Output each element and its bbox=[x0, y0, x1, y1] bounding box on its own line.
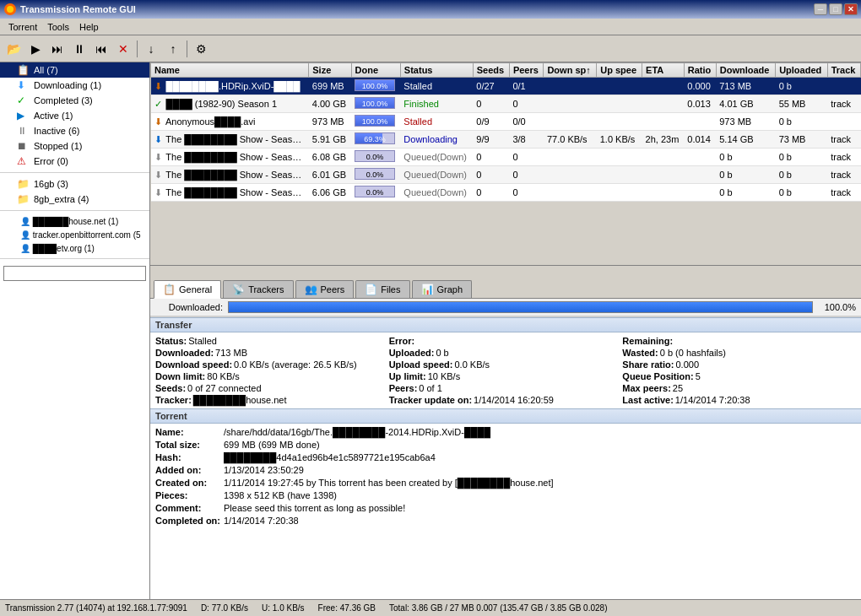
table-row[interactable]: ⬇ The ████████ Show - Season 1 5.91 GB 6… bbox=[151, 131, 861, 149]
cell-eta bbox=[642, 113, 685, 131]
remove-button[interactable]: ✕ bbox=[113, 39, 133, 59]
last-active-value: 1/14/2014 7:20:38 bbox=[675, 395, 750, 405]
tab-trackers[interactable]: 📡 Trackers bbox=[223, 280, 293, 298]
sidebar-item-folder2[interactable]: 📁 8gb_extra (4) bbox=[0, 192, 149, 207]
sidebar-tracker2[interactable]: 👤 tracker.openbittorrent.com (5 bbox=[0, 228, 149, 241]
torrent-name: The ████████ Show - Season 2 bbox=[165, 187, 308, 197]
torrent-status-icon: ⬇ bbox=[154, 116, 162, 127]
svg-point-1 bbox=[7, 6, 14, 13]
col-peers[interactable]: Peers bbox=[509, 63, 544, 78]
torrent-section-header: Torrent bbox=[150, 408, 861, 424]
transfer-col2: Error: Uploaded:0 b Upload speed:0.0 KB/… bbox=[389, 335, 623, 406]
cell-done: 100.0% bbox=[351, 113, 400, 131]
search-input[interactable] bbox=[3, 266, 146, 281]
tab-peers[interactable]: 👥 Peers bbox=[295, 280, 355, 298]
col-seeds[interactable]: Seeds bbox=[473, 63, 509, 78]
cell-down-speed bbox=[544, 113, 597, 131]
pieces-label: Pieces: bbox=[155, 489, 224, 501]
torrent-status-icon: ✓ bbox=[154, 99, 162, 109]
table-row[interactable]: ⬇ ████████.HDRip.XviD-████ 699 MB 100.0%… bbox=[151, 78, 861, 95]
sidebar-divider1 bbox=[0, 172, 149, 173]
cell-seeds: 9/9 bbox=[473, 131, 509, 149]
cell-eta bbox=[642, 78, 685, 95]
share-ratio-label: Share ratio: bbox=[622, 359, 674, 370]
tab-files[interactable]: 📄 Files bbox=[355, 280, 409, 298]
pieces-value: 1398 x 512 KB (have 1398) bbox=[224, 489, 856, 501]
sidebar-item-inactive[interactable]: ⏸ Inactive (6) bbox=[0, 123, 149, 138]
sidebar-item-stopped[interactable]: ⏹ Stopped (1) bbox=[0, 138, 149, 154]
sidebar-item-downloading[interactable]: ⬇ Downloading (1) bbox=[0, 78, 149, 93]
transfer-section-header: Transfer bbox=[150, 317, 861, 332]
download-progress-row: Downloaded: 100.0% bbox=[150, 299, 861, 316]
sidebar-item-folder1[interactable]: 📁 16gb (3) bbox=[0, 176, 149, 192]
cell-done: 100.0% bbox=[351, 95, 400, 113]
sidebar-item-active[interactable]: ▶ Active (1) bbox=[0, 108, 149, 123]
col-size[interactable]: Size bbox=[309, 63, 351, 78]
cell-peers: 0/1 bbox=[509, 78, 544, 95]
sidebar-tracker1[interactable]: 👤 ██████house.net (1) bbox=[0, 214, 149, 228]
col-down-speed[interactable]: Down sp↑ bbox=[544, 63, 597, 78]
cell-downloaded: 5.14 GB bbox=[716, 131, 775, 149]
col-eta[interactable]: ETA bbox=[642, 63, 685, 78]
cell-up-speed bbox=[597, 95, 642, 113]
files-tab-label: Files bbox=[381, 284, 400, 294]
col-status[interactable]: Status bbox=[400, 63, 473, 78]
open-torrent-button[interactable]: 📂 bbox=[3, 39, 24, 59]
download-speed-label: Download speed: bbox=[155, 359, 232, 370]
move-down-button[interactable]: ↓ bbox=[141, 39, 161, 59]
col-done[interactable]: Done bbox=[351, 63, 400, 78]
table-row[interactable]: ⬇ The ████████ Show - Season 3 6.01 GB 0… bbox=[151, 166, 861, 184]
col-downloaded[interactable]: Downloade bbox=[716, 63, 775, 78]
sidebar-inactive-label: Inactive (6) bbox=[34, 126, 146, 136]
folder2-icon: 📁 bbox=[17, 193, 30, 205]
close-button[interactable]: ✕ bbox=[844, 3, 858, 15]
table-row[interactable]: ✓ ████ (1982-90) Season 1 4.00 GB 100.0%… bbox=[151, 95, 861, 113]
general-tab-icon: 📋 bbox=[163, 284, 176, 295]
table-row[interactable]: ⬇ The ████████ Show - Season 4 6.08 GB 0… bbox=[151, 149, 861, 166]
settings-button[interactable]: ⚙ bbox=[191, 39, 211, 59]
minimize-button[interactable]: ─ bbox=[814, 3, 827, 15]
cell-up-speed bbox=[597, 149, 642, 166]
menu-bar: Torrent Tools Help bbox=[0, 19, 861, 35]
transfer-col3: Remaining: Wasted:0 b (0 hashfails) Shar… bbox=[622, 335, 856, 406]
pause-all-button[interactable]: ⏮ bbox=[91, 39, 111, 59]
sidebar-all-label: All (7) bbox=[34, 65, 146, 75]
sidebar-tracker3[interactable]: 👤 ████etv.org (1) bbox=[0, 241, 149, 255]
cell-track bbox=[827, 113, 860, 131]
table-row[interactable]: ⬇ The ████████ Show - Season 2 6.06 GB 0… bbox=[151, 184, 861, 202]
sidebar-item-error[interactable]: ⚠ Error (0) bbox=[0, 154, 149, 169]
cell-uploaded: 0 b bbox=[776, 113, 828, 131]
move-up-button[interactable]: ↑ bbox=[163, 39, 183, 59]
menu-tools[interactable]: Tools bbox=[42, 20, 74, 34]
menu-help[interactable]: Help bbox=[74, 20, 104, 34]
cell-downloaded: 0 b bbox=[716, 149, 775, 166]
tab-graph[interactable]: 📊 Graph bbox=[412, 280, 473, 298]
col-up-speed[interactable]: Up spee bbox=[597, 63, 642, 78]
col-uploaded[interactable]: Uploaded bbox=[776, 63, 828, 78]
peers-value: 0 of 1 bbox=[419, 383, 442, 393]
comment-value: Please seed this torrent as long as poss… bbox=[224, 502, 856, 514]
total-size-label: Total size: bbox=[155, 439, 224, 451]
col-track[interactable]: Track bbox=[827, 63, 860, 78]
col-ratio[interactable]: Ratio bbox=[684, 63, 716, 78]
cell-status: Queued(Down) bbox=[400, 184, 473, 202]
start-button[interactable]: ▶ bbox=[25, 39, 46, 59]
table-header: Name Size Done Status Seeds Peers Down s… bbox=[151, 63, 861, 78]
torrent-name: ████████.HDRip.XviD-████ bbox=[166, 81, 301, 91]
horizontal-scrollbar[interactable] bbox=[150, 265, 861, 278]
downloaded-value: 713 MB bbox=[215, 348, 247, 358]
cell-size: 973 MB bbox=[309, 113, 351, 131]
sidebar-item-all[interactable]: 📋 All (7) bbox=[0, 62, 149, 78]
sidebar-item-completed[interactable]: ✓ Completed (3) bbox=[0, 93, 149, 108]
pause-button[interactable]: ⏸ bbox=[69, 39, 89, 59]
maximize-button[interactable]: □ bbox=[829, 3, 842, 15]
tab-general[interactable]: 📋 General bbox=[154, 280, 221, 299]
col-name[interactable]: Name bbox=[151, 63, 309, 78]
created-on-label: Created on: bbox=[155, 477, 224, 489]
window-title: Transmission Remote GUI bbox=[20, 4, 136, 14]
start-all-button[interactable]: ⏭ bbox=[47, 39, 68, 59]
table-row[interactable]: ⬇ Anonymous████.avi 973 MB 100.0% Stalle… bbox=[151, 113, 861, 131]
torrent-name: ████ (1982-90) Season 1 bbox=[166, 99, 277, 109]
cell-ratio: 0.000 bbox=[684, 78, 716, 95]
menu-torrent[interactable]: Torrent bbox=[3, 20, 42, 34]
